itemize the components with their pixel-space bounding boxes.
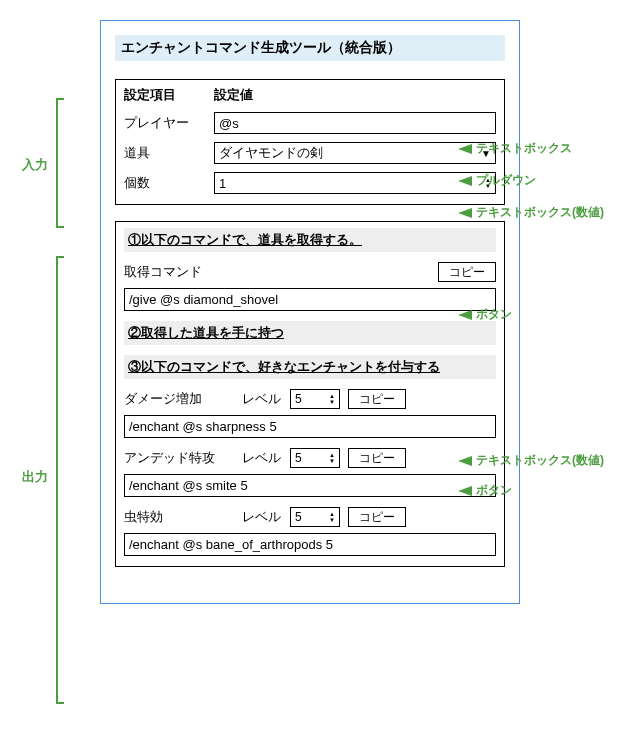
enchant-name: アンデッド特攻	[124, 449, 234, 467]
level-input[interactable]: 5 ▲▼	[290, 507, 340, 527]
player-label: プレイヤー	[124, 114, 214, 132]
header-value: 設定値	[214, 86, 253, 104]
tool-label: 道具	[124, 144, 214, 162]
enchant-output[interactable]: /enchant @s bane_of_arthropods 5	[124, 533, 496, 556]
copy-button-give[interactable]: コピー	[438, 262, 496, 282]
step3-header: ③以下のコマンドで、好きなエンチャントを付与する	[124, 355, 496, 379]
output-group-label: 出力	[22, 468, 48, 486]
input-group-label: 入力	[22, 156, 48, 174]
annot-num-textbox: テキストボックス(数値)	[476, 204, 604, 221]
give-output[interactable]: /give @s diamond_shovel	[124, 288, 496, 311]
level-label: レベル	[242, 449, 282, 467]
enchant-name: 虫特効	[124, 508, 234, 526]
stepper-icon[interactable]: ▲▼	[329, 511, 335, 523]
input-section: 設定項目 設定値 プレイヤー @s 道具 ダイヤモンドの剣 ▼ 個数 1 ▲▼	[115, 79, 505, 205]
annot-button: ボタン	[476, 306, 512, 323]
player-input[interactable]: @s	[214, 112, 496, 134]
tool-select[interactable]: ダイヤモンドの剣 ▼	[214, 142, 496, 164]
level-input[interactable]: 5 ▲▼	[290, 448, 340, 468]
copy-button-enchant[interactable]: コピー	[348, 389, 406, 409]
output-section: ①以下のコマンドで、道具を取得する。 取得コマンド コピー /give @s d…	[115, 221, 505, 567]
annot-pulldown: プルダウン	[476, 172, 536, 189]
header-item: 設定項目	[124, 86, 214, 104]
enchant-output[interactable]: /enchant @s sharpness 5	[124, 415, 496, 438]
annot-num-textbox2: テキストボックス(数値)	[476, 452, 604, 469]
step1-header: ①以下のコマンドで、道具を取得する。	[124, 228, 496, 252]
stepper-icon[interactable]: ▲▼	[329, 393, 335, 405]
main-panel: エンチャントコマンド生成ツール（統合版） 設定項目 設定値 プレイヤー @s 道…	[100, 20, 520, 604]
count-label: 個数	[124, 174, 214, 192]
enchant-output[interactable]: /enchant @s smite 5	[124, 474, 496, 497]
level-label: レベル	[242, 390, 282, 408]
stepper-icon[interactable]: ▲▼	[329, 452, 335, 464]
bracket-out	[56, 256, 64, 704]
level-input[interactable]: 5 ▲▼	[290, 389, 340, 409]
step2-header: ②取得した道具を手に持つ	[124, 321, 496, 345]
count-input[interactable]: 1 ▲▼	[214, 172, 496, 194]
copy-button-enchant[interactable]: コピー	[348, 448, 406, 468]
annot-textbox: テキストボックス	[476, 140, 572, 157]
bracket-in	[56, 98, 64, 228]
copy-button-enchant[interactable]: コピー	[348, 507, 406, 527]
enchant-name: ダメージ増加	[124, 390, 234, 408]
level-label: レベル	[242, 508, 282, 526]
get-command-label: 取得コマンド	[124, 263, 202, 281]
page-title: エンチャントコマンド生成ツール（統合版）	[115, 35, 505, 61]
annot-button2: ボタン	[476, 482, 512, 499]
